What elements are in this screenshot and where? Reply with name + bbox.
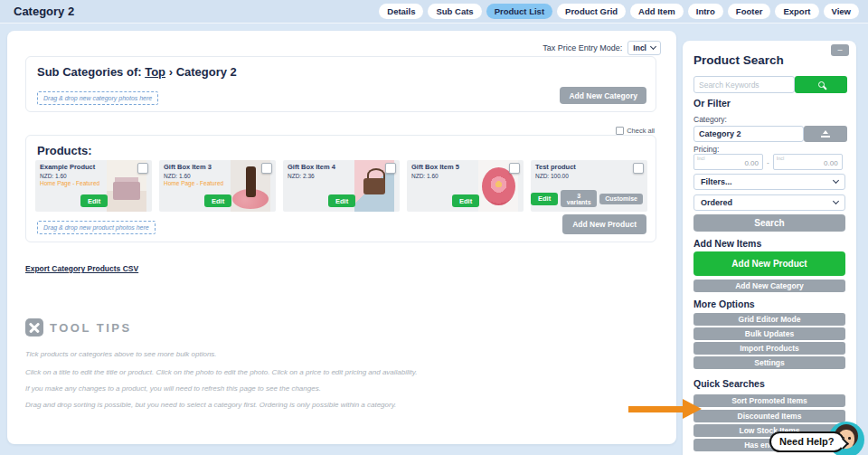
product-title[interactable]: Gift Box Item 4 xyxy=(288,164,358,171)
breadcrumb-separator: › xyxy=(169,65,173,79)
product-checkbox[interactable] xyxy=(633,163,644,174)
tax-mode-select[interactable]: Incl xyxy=(627,41,661,55)
chevron-down-icon xyxy=(833,198,839,204)
product-price[interactable]: NZD: 1.60 xyxy=(40,173,67,179)
sub-categories-title-text: Sub Categories of: xyxy=(37,65,142,79)
tab-export[interactable]: Export xyxy=(775,4,818,19)
product-actions: Edit 3 variants Customise xyxy=(531,190,643,207)
tool-tip-line: Click on a title to edit the title or pr… xyxy=(25,368,417,376)
tool-tip-line: If you make any changes to a product, yo… xyxy=(25,384,321,393)
tab-product-list[interactable]: Product List xyxy=(486,4,552,19)
add-new-product-button[interactable]: Add New Product xyxy=(562,214,646,234)
tool-tips-heading: TOOL TIPS xyxy=(50,321,132,335)
product-checkbox[interactable] xyxy=(385,163,396,174)
product-card: Gift Box Item 3 NZD: 1.60 Home Page - Fe… xyxy=(159,160,276,212)
tab-view[interactable]: View xyxy=(824,4,859,19)
product-title[interactable]: Test product xyxy=(535,164,606,171)
price-min-tag: Incl xyxy=(697,156,705,161)
breadcrumb-current: Category 2 xyxy=(176,65,237,79)
product-checkbox[interactable] xyxy=(509,163,520,174)
breadcrumb-top-link[interactable]: Top xyxy=(145,65,165,79)
tools-icon xyxy=(25,318,43,337)
product-title[interactable]: Gift Box Item 3 xyxy=(164,164,234,171)
product-price[interactable]: NZD: 1.60 xyxy=(164,173,191,179)
product-checkbox[interactable] xyxy=(137,163,148,174)
search-submit-button[interactable] xyxy=(795,76,847,93)
check-all-label: Check all xyxy=(627,127,655,135)
add-new-category-button[interactable]: Add New Category xyxy=(560,87,646,104)
tax-mode-label: Tax Price Entry Mode: xyxy=(542,43,622,52)
filters-select[interactable]: Filters... xyxy=(693,174,845,190)
variants-button[interactable]: 3 variants xyxy=(561,190,597,207)
tab-details[interactable]: Details xyxy=(379,4,423,19)
edit-product-button[interactable]: Edit xyxy=(80,194,108,207)
need-help-bubble[interactable]: Need Help? xyxy=(769,431,844,452)
pricing-label: Pricing: xyxy=(693,145,719,154)
product-featured-badge: Home Page - Featured xyxy=(164,180,223,186)
product-checkbox[interactable] xyxy=(261,163,272,174)
check-all-checkbox[interactable] xyxy=(616,127,624,135)
check-all-control: Check all xyxy=(616,127,655,135)
products-panel: Products: Example Product NZD: 1.60 Home… xyxy=(25,135,656,242)
add-new-items-heading: Add New Items xyxy=(693,238,761,249)
product-card: Example Product NZD: 1.60 Home Page - Fe… xyxy=(35,160,152,212)
edit-product-button[interactable]: Edit xyxy=(328,194,355,207)
category-browse-button[interactable] xyxy=(804,126,847,142)
sort-promoted-items-button[interactable]: Sort Promoted Items xyxy=(693,394,845,407)
product-price[interactable]: NZD: 1.60 xyxy=(411,173,439,179)
filter-search-button[interactable]: Search xyxy=(693,214,845,232)
edit-product-button[interactable]: Edit xyxy=(531,193,558,205)
tab-sub-cats[interactable]: Sub Cats xyxy=(428,4,481,19)
price-range-row: Incl 0.00 - Incl 0.00 xyxy=(693,154,845,170)
tool-tip-line: Tick products or categories above to see… xyxy=(25,350,217,358)
tool-tip-line: Drag and drop sorting is possible, but y… xyxy=(25,401,396,409)
sub-categories-title: Sub Categories of: Top › Category 2 xyxy=(37,65,237,79)
tab-add-item[interactable]: Add Item xyxy=(630,4,684,19)
product-photo-dropzone[interactable]: Drag & drop new product photos here xyxy=(37,221,156,234)
grid-editor-mode-button[interactable]: Grid Editor Mode xyxy=(693,313,845,326)
edit-product-button[interactable]: Edit xyxy=(204,194,231,207)
product-featured-badge: Home Page - Featured xyxy=(40,180,99,186)
product-search-sidebar: – Product Search Or Filter Category: Pri… xyxy=(683,41,856,455)
chevron-down-icon xyxy=(650,43,656,50)
more-options-heading: More Options xyxy=(693,299,755,309)
tab-intro[interactable]: Intro xyxy=(688,4,723,19)
sidebar-title: Product Search xyxy=(693,53,784,67)
settings-button[interactable]: Settings xyxy=(693,356,845,369)
sub-categories-panel: Sub Categories of: Top › Category 2 Drag… xyxy=(25,56,656,112)
tool-tips-header: TOOL TIPS xyxy=(25,318,132,337)
sidebar-add-new-category-button[interactable]: Add New Category xyxy=(693,280,845,292)
product-price[interactable]: NZD: 100.00 xyxy=(535,173,569,179)
product-title[interactable]: Gift Box Item 5 xyxy=(411,164,482,171)
price-min-value: 0.00 xyxy=(744,159,759,167)
export-csv-link[interactable]: Export Category Products CSV xyxy=(25,264,138,273)
product-cards-row: Example Product NZD: 1.60 Home Page - Fe… xyxy=(35,160,647,212)
bulk-updates-button[interactable]: Bulk Updates xyxy=(693,327,845,340)
price-min-input[interactable]: Incl 0.00 xyxy=(693,154,763,170)
top-header: Category 2 Details Sub Cats Product List… xyxy=(0,0,868,24)
import-products-button[interactable]: Import Products xyxy=(693,342,845,355)
search-icon xyxy=(818,81,825,88)
product-title[interactable]: Example Product xyxy=(40,164,110,171)
main-content-panel: Tax Price Entry Mode: Incl Sub Categorie… xyxy=(7,31,676,444)
category-tabs: Details Sub Cats Product List Product Gr… xyxy=(379,4,859,19)
ordered-select-value: Ordered xyxy=(701,198,732,207)
price-max-tag: Incl xyxy=(777,156,785,161)
page-title: Category 2 xyxy=(9,5,74,18)
product-card: Gift Box Item 4 NZD: 2.36 Edit xyxy=(283,160,400,212)
sidebar-add-new-product-button[interactable]: Add New Product xyxy=(693,251,845,276)
tab-footer[interactable]: Footer xyxy=(728,4,771,19)
category-photo-dropzone[interactable]: Drag & drop new category photos here xyxy=(37,91,158,105)
category-filter-input[interactable] xyxy=(693,126,804,142)
filters-select-value: Filters... xyxy=(701,177,732,186)
tab-product-grid[interactable]: Product Grid xyxy=(557,4,626,19)
minimize-sidebar-button[interactable]: – xyxy=(831,44,849,56)
customise-button[interactable]: Customise xyxy=(599,194,643,204)
ordered-select[interactable]: Ordered xyxy=(693,194,845,211)
product-price[interactable]: NZD: 2.36 xyxy=(288,173,315,179)
search-keywords-input[interactable] xyxy=(693,76,795,93)
price-max-input[interactable]: Incl 0.00 xyxy=(773,154,843,170)
discounted-items-button[interactable]: Discounted Items xyxy=(693,410,845,422)
edit-product-button[interactable]: Edit xyxy=(452,194,479,207)
upload-icon xyxy=(821,130,830,137)
